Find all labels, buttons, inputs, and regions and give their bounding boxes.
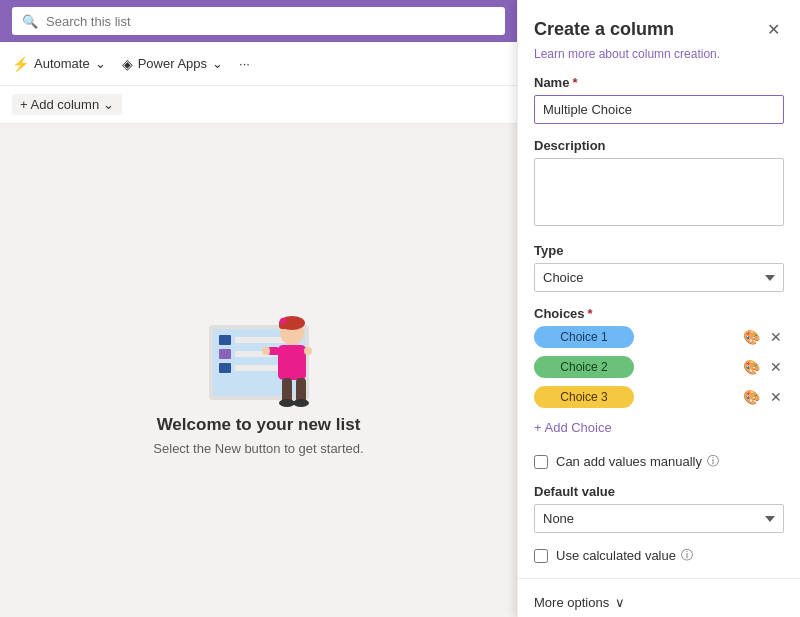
description-label: Description <box>534 138 784 153</box>
can-add-manually-group: Can add values manually ⓘ <box>534 453 784 470</box>
choices-label: Choices * <box>534 306 784 321</box>
default-value-field-group: Default value None <box>534 484 784 533</box>
choice-item-1: Choice 1 🎨 ✕ <box>534 326 784 348</box>
add-column-chevron-icon: ⌄ <box>103 97 114 112</box>
right-panel: Create a column ✕ Learn more about colum… <box>517 0 800 617</box>
automate-icon: ⚡ <box>12 56 29 72</box>
panel-footer: More options ∨ <box>518 578 800 617</box>
choices-list: Choice 1 🎨 ✕ Choice 2 🎨 ✕ Choice 3 🎨 <box>534 326 784 408</box>
svg-point-20 <box>293 399 309 407</box>
learn-more-link[interactable]: Learn more about column creation. <box>518 45 800 75</box>
automate-chevron-icon: ⌄ <box>95 56 106 71</box>
choice-badge-3[interactable]: Choice 3 <box>534 386 634 408</box>
name-label: Name * <box>534 75 784 90</box>
search-bar: 🔍 <box>0 0 517 42</box>
add-choice-button[interactable]: + Add Choice <box>534 416 612 439</box>
use-calculated-info-icon[interactable]: ⓘ <box>681 547 693 564</box>
more-toolbar-button[interactable]: ··· <box>239 56 250 71</box>
panel-header: Create a column ✕ <box>518 0 800 45</box>
panel-title: Create a column <box>534 19 674 40</box>
description-field-group: Description <box>534 138 784 229</box>
choice-delete-button-1[interactable]: ✕ <box>768 327 784 347</box>
choices-required-star: * <box>588 306 593 321</box>
name-required-star: * <box>572 75 577 90</box>
can-add-manually-label: Can add values manually ⓘ <box>556 453 719 470</box>
default-value-label: Default value <box>534 484 784 499</box>
svg-point-16 <box>304 347 312 355</box>
choices-field-group: Choices * Choice 1 🎨 ✕ Choice 2 🎨 ✕ <box>534 306 784 439</box>
welcome-subtitle: Select the New button to get started. <box>153 441 363 456</box>
power-apps-chevron-icon: ⌄ <box>212 56 223 71</box>
power-apps-icon: ◈ <box>122 56 133 72</box>
choice-badge-1[interactable]: Choice 1 <box>534 326 634 348</box>
name-field-group: Name * <box>534 75 784 124</box>
choice-color-button-3[interactable]: 🎨 <box>741 387 762 407</box>
svg-point-11 <box>280 318 286 324</box>
close-button[interactable]: ✕ <box>763 18 784 41</box>
toolbar: ⚡ Automate ⌄ ◈ Power Apps ⌄ ··· <box>0 42 517 86</box>
svg-rect-7 <box>235 365 280 371</box>
svg-rect-6 <box>219 363 231 373</box>
choice-color-button-1[interactable]: 🎨 <box>741 327 762 347</box>
can-add-info-icon[interactable]: ⓘ <box>707 453 719 470</box>
more-toolbar-label: ··· <box>239 56 250 71</box>
left-panel: 🔍 ⚡ Automate ⌄ ◈ Power Apps ⌄ ··· + Add … <box>0 0 517 617</box>
search-wrapper[interactable]: 🔍 <box>12 7 505 35</box>
svg-rect-3 <box>235 337 285 343</box>
type-label: Type <box>534 243 784 258</box>
choice-delete-button-3[interactable]: ✕ <box>768 387 784 407</box>
description-input[interactable] <box>534 158 784 226</box>
welcome-title: Welcome to your new list <box>157 415 361 435</box>
search-input[interactable] <box>46 14 495 29</box>
power-apps-label: Power Apps <box>138 56 207 71</box>
add-column-label: + Add column <box>20 97 99 112</box>
choice-item-2: Choice 2 🎨 ✕ <box>534 356 784 378</box>
type-select[interactable]: Choice <box>534 263 784 292</box>
choice-item-3: Choice 3 🎨 ✕ <box>534 386 784 408</box>
use-calculated-checkbox[interactable] <box>534 549 548 563</box>
automate-button[interactable]: ⚡ Automate ⌄ <box>12 56 106 72</box>
svg-rect-4 <box>219 349 231 359</box>
default-value-select[interactable]: None <box>534 504 784 533</box>
power-apps-button[interactable]: ◈ Power Apps ⌄ <box>122 56 223 72</box>
name-input[interactable] <box>534 95 784 124</box>
more-options-chevron-icon: ∨ <box>615 595 625 610</box>
can-add-manually-checkbox[interactable] <box>534 455 548 469</box>
choice-color-button-2[interactable]: 🎨 <box>741 357 762 377</box>
type-field-group: Type Choice <box>534 243 784 292</box>
welcome-area: Welcome to your new list Select the New … <box>0 124 517 617</box>
use-calculated-group: Use calculated value ⓘ <box>534 547 784 564</box>
column-bar: + Add column ⌄ <box>0 86 517 124</box>
svg-rect-2 <box>219 335 231 345</box>
more-options-label: More options <box>534 595 609 610</box>
choice-badge-2[interactable]: Choice 2 <box>534 356 634 378</box>
svg-point-19 <box>279 399 295 407</box>
illustration <box>179 285 339 415</box>
more-options-button[interactable]: More options ∨ <box>534 591 625 614</box>
add-choice-label: + Add Choice <box>534 420 612 435</box>
use-calculated-label: Use calculated value ⓘ <box>556 547 693 564</box>
panel-body: Name * Description Type Choice Choices * <box>518 75 800 578</box>
automate-label: Automate <box>34 56 90 71</box>
choice-delete-button-2[interactable]: ✕ <box>768 357 784 377</box>
search-icon: 🔍 <box>22 14 38 29</box>
svg-point-15 <box>262 347 270 355</box>
add-column-button[interactable]: + Add column ⌄ <box>12 94 122 115</box>
